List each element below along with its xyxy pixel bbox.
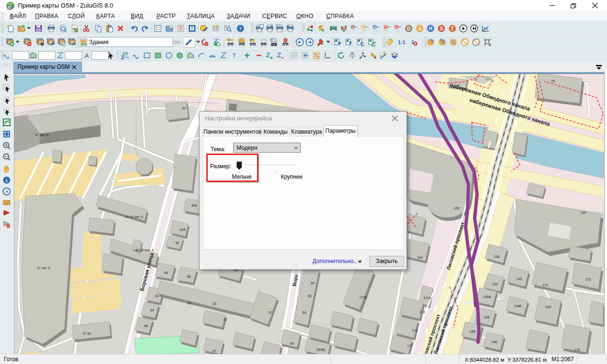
svg-text:G: G [362, 25, 365, 29]
svg-text:52Б: 52Б [192, 204, 198, 207]
svg-text:H: H [429, 26, 432, 31]
svg-text:52: 52 [308, 294, 312, 298]
svg-text:56: 56 [164, 271, 168, 274]
svg-text:138: 138 [494, 255, 499, 258]
svg-text:62: 62 [188, 301, 192, 305]
svg-text:47 лит. b: 47 лит. b [37, 266, 50, 270]
svg-text:175: 175 [574, 348, 580, 352]
svg-text:144А: 144А [483, 295, 491, 299]
svg-text:T: T [122, 52, 125, 56]
svg-text:SQL: SQL [271, 43, 277, 46]
svg-text:175: 175 [412, 329, 418, 332]
svg-text:173: 173 [419, 310, 425, 314]
svg-text:8: 8 [9, 6, 10, 10]
svg-text:G: G [418, 26, 422, 31]
svg-text:144Б: 144Б [514, 304, 522, 308]
svg-text:177: 177 [407, 344, 413, 347]
svg-text:41: 41 [223, 318, 227, 321]
svg-text:37: 37 [268, 311, 272, 314]
svg-text:130: 130 [580, 211, 586, 214]
svg-text:47 лит. В: 47 лит. В [35, 133, 49, 136]
svg-text:75: 75 [551, 80, 555, 83]
svg-text:149: 149 [545, 305, 551, 309]
svg-text:161: 161 [417, 256, 423, 259]
svg-text:i: i [6, 178, 7, 183]
svg-text:175: 175 [543, 283, 548, 287]
svg-text:42: 42 [182, 107, 186, 110]
svg-text:58: 58 [187, 275, 191, 278]
svg-text:54: 54 [303, 311, 306, 314]
svg-text:52: 52 [175, 241, 179, 245]
svg-text:175: 175 [585, 278, 591, 281]
svg-text:47 к4: 47 к4 [83, 332, 91, 335]
svg-text:33: 33 [212, 302, 216, 305]
svg-text:T: T [451, 26, 454, 31]
svg-text:64: 64 [150, 309, 154, 312]
svg-text:171Б: 171Б [359, 296, 368, 299]
svg-text:171А: 171А [423, 296, 432, 300]
svg-text:148: 148 [469, 330, 475, 333]
svg-text:H: H [373, 25, 376, 29]
svg-text:146: 146 [484, 316, 489, 319]
svg-text:183Щ: 183Щ [316, 348, 325, 352]
svg-text:47 к2 лит. А: 47 к2 лит. А [136, 248, 154, 252]
svg-text:1 2: 1 2 [5, 202, 9, 205]
svg-text:T: T [385, 25, 387, 29]
svg-text:A: A [85, 52, 89, 59]
svg-text:52А: 52А [180, 228, 186, 231]
svg-text:140: 140 [516, 277, 522, 281]
svg-text:1:1: 1:1 [398, 39, 405, 45]
svg-text:<?>: <?> [260, 38, 267, 42]
svg-text:153: 153 [454, 207, 460, 210]
svg-text:142: 142 [492, 282, 498, 286]
svg-text:S: S [440, 26, 443, 31]
svg-text:?: ? [239, 26, 242, 31]
svg-text:50: 50 [311, 282, 314, 285]
svg-text:S: S [395, 25, 397, 29]
svg-text:T: T [232, 52, 236, 59]
svg-text:62: 62 [155, 294, 159, 298]
svg-text:47 к2 лит. Б: 47 к2 лит. Б [125, 215, 143, 218]
svg-text:148: 148 [491, 340, 497, 344]
svg-text:D: D [407, 26, 411, 31]
svg-text:60: 60 [290, 342, 294, 345]
svg-text:D: D [351, 25, 354, 29]
svg-text:47: 47 [212, 349, 216, 353]
svg-text:66: 66 [144, 324, 148, 328]
